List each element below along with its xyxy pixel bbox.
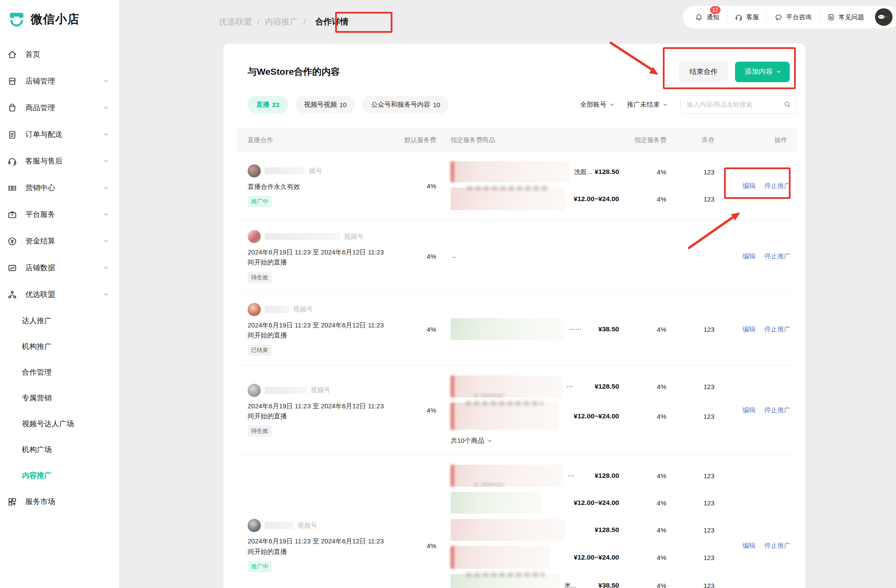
product-line: 米...¥38.504%123 bbox=[451, 574, 714, 588]
account-name-suffix: 视频号 bbox=[311, 386, 330, 394]
stop-promotion-link[interactable]: 停止推广 bbox=[764, 325, 791, 334]
account-avatar[interactable]: WeStore bbox=[875, 8, 892, 26]
sidebar-item-6[interactable]: 平台服务 bbox=[0, 201, 119, 228]
product-price: ¥12.00~¥24.00 bbox=[574, 412, 619, 420]
breadcrumb-parent-1[interactable]: 内容推广 bbox=[265, 16, 298, 28]
stop-promotion-link[interactable]: 停止推广 bbox=[764, 542, 791, 550]
topbar-item-0[interactable]: 通知12 bbox=[687, 11, 727, 23]
sidebar-item-0[interactable]: 首页 bbox=[0, 41, 119, 68]
edit-link[interactable]: 编辑 bbox=[742, 252, 756, 261]
sidebar-item-3[interactable]: 订单与配送 bbox=[0, 121, 119, 148]
sidebar-item-9[interactable]: 优选联盟 bbox=[0, 281, 119, 308]
product-image-redacted bbox=[451, 574, 560, 588]
edit-link[interactable]: 编辑 bbox=[742, 542, 756, 550]
default-fee: 4% bbox=[394, 407, 436, 414]
column-header-3: 指定服务费 bbox=[619, 136, 666, 144]
stock-value: 123 bbox=[666, 499, 714, 507]
account-name-redacted bbox=[265, 233, 340, 240]
add-content-button[interactable]: 添加内容 bbox=[735, 62, 790, 82]
tab-count: 23 bbox=[272, 101, 280, 108]
status-badge: 推广中 bbox=[248, 196, 272, 207]
edit-link[interactable]: 编辑 bbox=[742, 325, 756, 334]
brand-logo[interactable]: 微信小店 bbox=[0, 7, 119, 31]
header-buttons: 结束合作 添加内容 bbox=[679, 62, 790, 82]
tabs-and-filters-row: 直播23视频号视频10公众号和服务号内容10 全部账号 推广未结束 bbox=[248, 95, 797, 114]
desc-line: 2024年6月19日 11:23 至 2024年6月12日 11:23 bbox=[248, 401, 394, 411]
sidebar-item-label: 平台服务 bbox=[25, 209, 103, 219]
wechat-shop-admin-screen: 微信小店 首页店铺管理商品管理订单与配送客服与售后营销中心平台服务资金结算店铺数… bbox=[0, 0, 896, 588]
product-title-tail: 米... bbox=[564, 581, 576, 588]
sidebar: 微信小店 首页店铺管理商品管理订单与配送客服与售后营销中心平台服务资金结算店铺数… bbox=[0, 0, 119, 588]
sidebar-item-1[interactable]: 店铺管理 bbox=[0, 68, 119, 94]
desc-line: 2024年6月19日 11:23 至 2024年6月12日 11:23 bbox=[248, 320, 394, 330]
product-cell: ¥12.00~¥24.00 bbox=[451, 188, 619, 210]
sidebar-subitem-3[interactable]: 专属营销 bbox=[0, 385, 119, 411]
row-actions: 编辑停止推广 bbox=[714, 182, 797, 190]
clipboard-icon bbox=[7, 129, 18, 140]
sidebar-item-label: 资金结算 bbox=[25, 236, 103, 246]
account-name-suffix: 视频号 bbox=[293, 305, 313, 313]
stop-promotion-link[interactable]: 停止推广 bbox=[764, 182, 791, 190]
tab-2[interactable]: 公众号和服务号内容10 bbox=[362, 96, 449, 113]
row-actions: 编辑停止推广 bbox=[714, 406, 797, 414]
home-icon bbox=[7, 49, 18, 60]
product-image-redacted bbox=[451, 492, 542, 514]
product-line: ¥128.504%123 bbox=[451, 519, 714, 541]
stop-promotion-link[interactable]: 停止推广 bbox=[764, 252, 791, 261]
product-cell: 洗面...¥128.50 bbox=[451, 161, 619, 182]
sidebar-subitem-2[interactable]: 合作管理 bbox=[0, 359, 119, 385]
sidebar-item-2[interactable]: 商品管理 bbox=[0, 94, 119, 121]
card-header: 与WeStore合作的内容 结束合作 添加内容 bbox=[237, 44, 797, 84]
cooperation-desc: 2024年6月19日 11:23 至 2024年6月12日 11:23间开始的直… bbox=[248, 320, 394, 341]
topbar-item-3[interactable]: 常见问题 bbox=[819, 11, 872, 23]
sidebar-subitem-4[interactable]: 视频号达人广场 bbox=[0, 411, 119, 437]
sidebar-item-8[interactable]: 店铺数据 bbox=[0, 254, 119, 281]
product-line: ¥12.00~¥24.004%123 bbox=[451, 546, 714, 569]
sidebar-item-label: 店铺数据 bbox=[25, 263, 103, 273]
topbar-item-label: 平台咨询 bbox=[786, 13, 812, 21]
edit-link[interactable]: 编辑 bbox=[742, 182, 756, 190]
tab-count: 10 bbox=[433, 101, 440, 108]
sidebar-subitem-0[interactable]: 达人推广 bbox=[0, 308, 119, 334]
breadcrumb-parent-0[interactable]: 优选联盟 bbox=[219, 16, 252, 28]
column-header-5: 操作 bbox=[714, 136, 797, 144]
stock-value: 123 bbox=[666, 326, 714, 333]
tab-0[interactable]: 直播23 bbox=[248, 96, 288, 113]
sidebar-item-label: 客服与售后 bbox=[25, 156, 103, 166]
market-icon bbox=[7, 497, 18, 507]
default-fee: 4% bbox=[394, 326, 436, 333]
sidebar-item-label: 首页 bbox=[25, 49, 109, 59]
sidebar-subitem-1[interactable]: 机构推广 bbox=[0, 334, 119, 359]
end-cooperation-button[interactable]: 结束合作 bbox=[679, 62, 728, 82]
account-name-suffix: 频号 bbox=[309, 167, 322, 175]
sidebar-item-7[interactable]: 资金结算 bbox=[0, 228, 119, 254]
sidebar-item-service-market[interactable]: 服务市场 bbox=[0, 488, 119, 515]
topbar-item-2[interactable]: 平台咨询 bbox=[766, 11, 819, 23]
account-line: 视频号 bbox=[248, 519, 394, 532]
topbar-item-1[interactable]: 客服 bbox=[727, 11, 766, 23]
sidebar-item-5[interactable]: 营销中心 bbox=[0, 174, 119, 201]
sidebar-item-label: 商品管理 bbox=[25, 103, 103, 113]
products-expander[interactable]: 共10个商品 bbox=[451, 437, 714, 445]
topbar-item-label: 客服 bbox=[746, 13, 759, 21]
product-line: ID 39990087⋯¥128.004%123 bbox=[451, 465, 714, 487]
sidebar-item-4[interactable]: 客服与售后 bbox=[0, 148, 119, 174]
stop-promotion-link[interactable]: 停止推广 bbox=[764, 406, 791, 414]
product-image-redacted: ID 39990087 bbox=[451, 376, 562, 397]
cooperation-desc: 2024年6月19日 11:23 至 2024年6月12日 11:23间开始的直… bbox=[248, 247, 394, 268]
chevron-down-icon bbox=[662, 102, 668, 108]
tab-1[interactable]: 视频号视频10 bbox=[295, 96, 356, 113]
chevron-down-icon bbox=[103, 158, 109, 164]
sidebar-subitem-6[interactable]: 内容推广 bbox=[0, 463, 119, 488]
sidebar-subitem-5[interactable]: 机构广场 bbox=[0, 437, 119, 463]
topbar: 通知12客服平台咨询常见问题WeStore bbox=[683, 6, 896, 28]
sidebar-item-label: 订单与配送 bbox=[25, 129, 103, 139]
default-fee: 4% bbox=[394, 182, 436, 190]
search-icon[interactable] bbox=[783, 100, 791, 108]
edit-link[interactable]: 编辑 bbox=[742, 406, 756, 414]
specified-fee: 4% bbox=[619, 383, 666, 390]
network-icon bbox=[7, 289, 18, 300]
search-input[interactable] bbox=[680, 95, 797, 114]
account-filter-dropdown[interactable]: 全部账号 bbox=[580, 101, 615, 109]
status-filter-dropdown[interactable]: 推广未结束 bbox=[627, 101, 668, 109]
